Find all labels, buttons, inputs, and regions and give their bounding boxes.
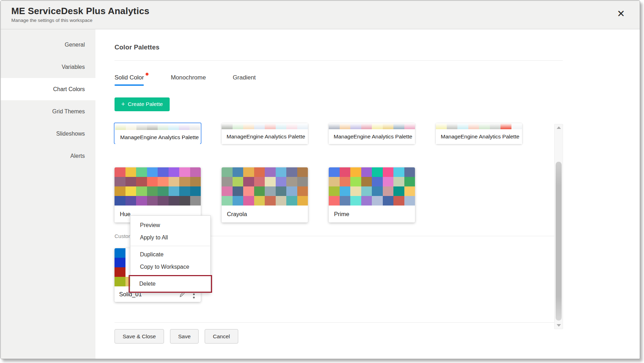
page-title: Color Palettes <box>115 43 563 51</box>
sidebar-item-slideshows[interactable]: Slideshows <box>1 123 95 145</box>
menu-item-preview[interactable]: Preview <box>130 219 210 231</box>
color-swatch <box>393 196 404 206</box>
color-swatch <box>383 167 394 177</box>
sidebar-item-grid-themes[interactable]: Grid Themes <box>1 100 95 123</box>
color-swatch <box>340 177 351 186</box>
color-swatch <box>383 177 394 186</box>
color-swatch <box>265 196 276 206</box>
save-button[interactable]: Save <box>170 329 199 344</box>
standard-palette-row: HueCrayolaPrime <box>115 167 563 222</box>
palette-card-crayola[interactable]: Crayola <box>222 167 308 222</box>
scroll-down-icon[interactable] <box>557 324 561 327</box>
vertical-scrollbar[interactable] <box>554 124 563 329</box>
color-swatch <box>361 123 372 129</box>
sidebar-item-variables[interactable]: Variables <box>1 56 95 78</box>
menu-divider <box>130 246 210 246</box>
color-swatch <box>168 124 179 130</box>
color-swatch <box>147 196 158 206</box>
menu-item-copy-to-workspace[interactable]: Copy to Workspace <box>130 261 210 273</box>
color-swatch <box>372 123 383 129</box>
custom-section-divider <box>158 236 563 236</box>
menu-item-duplicate[interactable]: Duplicate <box>130 248 210 261</box>
cancel-button[interactable]: Cancel <box>205 329 238 344</box>
color-swatch <box>404 123 415 129</box>
color-swatch <box>340 167 351 177</box>
scroll-up-icon[interactable] <box>557 126 561 129</box>
color-swatch <box>297 196 308 206</box>
palette-swatch-strip <box>115 124 200 130</box>
color-swatch <box>329 196 340 206</box>
palette-card-prime[interactable]: Prime <box>329 167 415 222</box>
color-swatch <box>254 177 265 186</box>
preset-palette-card[interactable]: ManageEngine Analytics Palette <box>222 123 308 144</box>
color-swatch <box>125 177 136 186</box>
color-swatch <box>115 196 125 206</box>
preset-palette-row: ManageEngine Analytics PaletteManageEngi… <box>115 123 563 144</box>
color-swatch <box>147 124 158 130</box>
scrollbar-thumb[interactable] <box>556 162 562 321</box>
color-swatch <box>340 123 351 129</box>
dialog-header: ME ServiceDesk Plus Analytics Manage the… <box>1 1 640 29</box>
color-swatch <box>179 167 190 177</box>
color-swatch <box>233 123 244 129</box>
tab-gradient[interactable]: Gradient <box>233 74 256 86</box>
color-swatch <box>233 177 244 186</box>
menu-item-delete[interactable]: Delete <box>130 277 211 291</box>
save-close-button[interactable]: Save & Close <box>115 329 164 344</box>
close-icon[interactable]: ✕ <box>617 9 625 19</box>
color-swatch <box>479 123 490 129</box>
color-swatch <box>350 177 361 186</box>
color-swatch <box>286 123 297 129</box>
color-swatch <box>297 123 308 129</box>
color-swatch <box>286 177 297 186</box>
color-swatch <box>190 177 201 186</box>
color-swatch <box>490 123 501 129</box>
sidebar-item-chart-colors[interactable]: Chart Colors <box>1 78 95 100</box>
menu-item-apply-to-all[interactable]: Apply to All <box>130 231 210 244</box>
sidebar-item-alerts[interactable]: Alerts <box>1 145 95 167</box>
palette-name: Prime <box>329 206 415 222</box>
tab-solid-color[interactable]: Solid Color <box>115 74 144 86</box>
create-palette-label: Create Palette <box>128 101 163 107</box>
color-swatch <box>265 177 276 186</box>
color-swatch <box>147 177 158 186</box>
color-swatch <box>115 177 125 186</box>
color-swatch <box>393 123 404 129</box>
main-content: Color Palettes Solid ColorMonochromeGrad… <box>115 43 563 344</box>
palette-name: ManageEngine Analytics Palette <box>222 129 308 144</box>
preset-palette-card[interactable]: ManageEngine Analytics Palette <box>436 123 522 144</box>
tab-monochrome[interactable]: Monochrome <box>171 74 206 86</box>
color-swatch <box>350 186 361 196</box>
color-swatch <box>393 177 404 186</box>
color-swatch <box>169 177 180 186</box>
color-swatch <box>243 186 254 196</box>
palette-swatch-grid <box>329 167 415 206</box>
color-swatch <box>393 186 404 196</box>
color-swatch <box>361 186 372 196</box>
delete-highlight-box: Delete <box>129 275 212 293</box>
color-swatch <box>404 196 415 206</box>
color-swatch <box>265 167 276 177</box>
color-swatch <box>158 124 168 130</box>
workspace-settings-dialog: ME ServiceDesk Plus Analytics Manage the… <box>0 0 640 359</box>
color-swatch <box>115 167 125 177</box>
color-swatch <box>169 196 180 206</box>
color-swatch <box>136 186 147 196</box>
color-swatch <box>222 196 233 206</box>
color-swatch <box>297 177 308 186</box>
preset-palette-card[interactable]: ManageEngine Analytics Palette <box>114 123 201 144</box>
palette-name: Crayola <box>222 206 308 222</box>
color-swatch <box>383 123 394 129</box>
dot <box>193 297 195 298</box>
color-swatch <box>158 177 169 186</box>
color-swatch <box>297 186 308 196</box>
palette-card-hue[interactable]: Hue <box>115 167 201 222</box>
preset-palette-card[interactable]: ManageEngine Analytics Palette <box>329 123 415 144</box>
color-swatch <box>340 196 351 206</box>
footer-divider <box>115 322 563 323</box>
create-palette-button[interactable]: + Create Palette <box>115 97 170 111</box>
sidebar-item-general[interactable]: General <box>1 34 95 56</box>
color-swatch <box>147 167 158 177</box>
dialog-title: ME ServiceDesk Plus Analytics <box>11 6 640 17</box>
color-swatch <box>254 186 265 196</box>
